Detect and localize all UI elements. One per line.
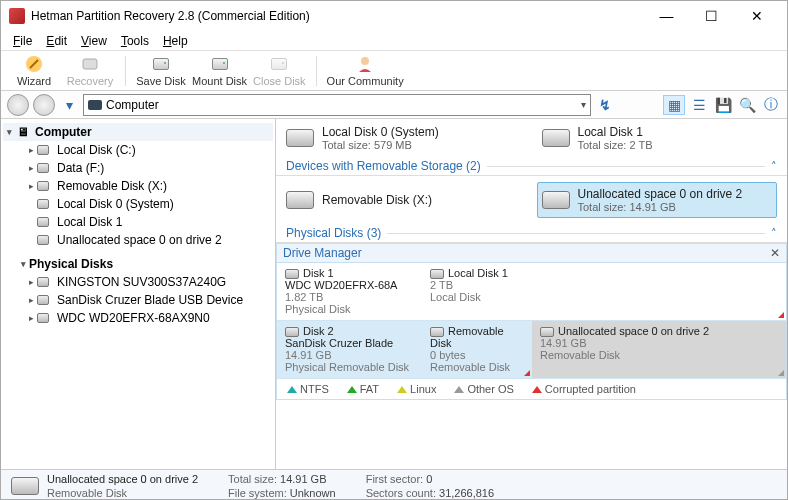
- content-panel: Local Disk 0 (System)Total size: 579 MB …: [276, 119, 787, 469]
- drive-icon: [542, 129, 570, 147]
- tree-item-dataf[interactable]: ▸Data (F:): [3, 159, 273, 177]
- recovery-button[interactable]: Recovery: [65, 54, 115, 87]
- closedisk-icon: [269, 54, 289, 74]
- device-ld1[interactable]: Local Disk 1Total size: 2 TB: [542, 125, 778, 151]
- corrupt-triangle-icon: [524, 370, 530, 376]
- dm-close-icon[interactable]: ✕: [770, 246, 780, 260]
- tree-item-removablex[interactable]: ▸Removable Disk (X:): [3, 177, 273, 195]
- mountdisk-icon: [210, 54, 230, 74]
- nav-dropdown-icon[interactable]: ▾: [59, 95, 79, 115]
- menu-view[interactable]: View: [75, 32, 113, 50]
- legend-linux-icon: [397, 386, 407, 393]
- dm-part-size: 0 bytes: [430, 349, 524, 361]
- device-unalloc[interactable]: Unallocated space 0 on drive 2Total size…: [537, 182, 778, 218]
- community-icon: [355, 54, 375, 74]
- tree-phys-sandisk[interactable]: ▸SanDisk Cruzer Blade USB Device: [3, 291, 273, 309]
- close-button[interactable]: ✕: [734, 1, 779, 31]
- tree-item-label: SanDisk Cruzer Blade USB Device: [57, 293, 243, 307]
- view-large-icon[interactable]: ▦: [663, 95, 685, 115]
- legend-corrupt: Corrupted partition: [545, 383, 636, 395]
- expander-icon[interactable]: ▾: [17, 259, 29, 269]
- community-label: Our Community: [327, 75, 404, 87]
- section-removable-header[interactable]: Devices with Removable Storage (2) ˄: [276, 157, 787, 176]
- mountdisk-button[interactable]: Mount Disk: [192, 54, 247, 87]
- search-icon[interactable]: 🔍: [737, 95, 757, 115]
- drive-icon: [430, 269, 444, 279]
- tree-root-label: Computer: [35, 125, 92, 139]
- menubar: File Edit View Tools Help: [1, 31, 787, 51]
- expander-icon[interactable]: ▸: [25, 181, 37, 191]
- menu-file[interactable]: File: [7, 32, 38, 50]
- address-dropdown-icon[interactable]: ▾: [581, 99, 586, 110]
- tree-item-label: WDC WD20EFRX-68AX9N0: [57, 311, 210, 325]
- tree-item-unalloc[interactable]: Unallocated space 0 on drive 2: [3, 231, 273, 249]
- expander-icon[interactable]: ▸: [25, 295, 37, 305]
- device-subtitle: Total size: 579 MB: [322, 139, 439, 151]
- tree-item-ld0[interactable]: Local Disk 0 (System): [3, 195, 273, 213]
- address-box[interactable]: Computer ▾: [83, 94, 591, 116]
- dm-part-type: Removable Disk: [430, 361, 524, 373]
- menu-tools[interactable]: Tools: [115, 32, 155, 50]
- maximize-button[interactable]: ☐: [689, 1, 734, 31]
- dm-part-size: 14.91 GB: [540, 337, 778, 349]
- dm-title: Drive Manager: [283, 246, 362, 260]
- menu-help[interactable]: Help: [157, 32, 194, 50]
- tree-item-label: Local Disk 0 (System): [57, 197, 174, 211]
- nav-forward-button[interactable]: [33, 94, 55, 116]
- separator: [125, 56, 126, 86]
- dm-row-disk1[interactable]: Disk 1 WDC WD20EFRX-68A 1.82 TB Physical…: [277, 263, 786, 321]
- separator: [316, 56, 317, 86]
- tree-item-ld1[interactable]: Local Disk 1: [3, 213, 273, 231]
- status-fs-key: File system:: [228, 487, 287, 499]
- legend-other: Other OS: [467, 383, 513, 395]
- section-physical-header[interactable]: Physical Disks (3) ˄: [276, 224, 787, 243]
- wizard-icon: [24, 54, 44, 74]
- help-icon[interactable]: ⓘ: [761, 95, 781, 115]
- closedisk-button[interactable]: Close Disk: [253, 54, 306, 87]
- save-icon[interactable]: 💾: [713, 95, 733, 115]
- refresh-icon[interactable]: ↯: [595, 95, 615, 115]
- dm-disk-name: Disk 2: [303, 325, 334, 337]
- dm-part-size: 2 TB: [430, 279, 778, 291]
- tree-phys-label: Physical Disks: [29, 257, 113, 271]
- tree-item-localc[interactable]: ▸Local Disk (C:): [3, 141, 273, 159]
- device-ld0[interactable]: Local Disk 0 (System)Total size: 579 MB: [286, 125, 522, 151]
- collapse-icon[interactable]: ˄: [771, 160, 777, 173]
- drive-icon: [37, 162, 53, 174]
- dm-row-disk2[interactable]: Disk 2 SanDisk Cruzer Blade 14.91 GB Phy…: [277, 321, 786, 379]
- expander-icon[interactable]: ▸: [25, 313, 37, 323]
- dm-disk-model: SanDisk Cruzer Blade: [285, 337, 414, 349]
- tree-phys-wdc[interactable]: ▸WDC WD20EFRX-68AX9N0: [3, 309, 273, 327]
- dm-part-name: Local Disk 1: [448, 267, 508, 279]
- expander-icon[interactable]: ▸: [25, 277, 37, 287]
- drive-icon: [430, 327, 444, 337]
- tree-item-label: Data (F:): [57, 161, 104, 175]
- device-removablex[interactable]: Removable Disk (X:): [286, 182, 517, 218]
- savedisk-button[interactable]: Save Disk: [136, 54, 186, 87]
- tree-panel: ▾ 🖥 Computer ▸Local Disk (C:) ▸Data (F:)…: [1, 119, 276, 469]
- wizard-button[interactable]: Wizard: [9, 54, 59, 87]
- tree-item-label: Local Disk (C:): [57, 143, 136, 157]
- statusbar: Unallocated space 0 on drive 2 Removable…: [1, 469, 787, 500]
- community-button[interactable]: Our Community: [327, 54, 404, 87]
- expander-icon[interactable]: ▸: [25, 145, 37, 155]
- closedisk-label: Close Disk: [253, 75, 306, 87]
- drive-icon: [285, 269, 299, 279]
- menu-edit[interactable]: Edit: [40, 32, 73, 50]
- device-title: Removable Disk (X:): [322, 193, 432, 207]
- drive-icon: [37, 180, 53, 192]
- expander-icon[interactable]: ▾: [3, 127, 15, 137]
- tree-phys-kingston[interactable]: ▸KINGSTON SUV300S37A240G: [3, 273, 273, 291]
- device-title: Local Disk 1: [578, 125, 653, 139]
- nav-back-button[interactable]: [7, 94, 29, 116]
- window-title: Hetman Partition Recovery 2.8 (Commercia…: [31, 9, 644, 23]
- dm-disk-name: Disk 1: [303, 267, 334, 279]
- expander-icon[interactable]: ▸: [25, 163, 37, 173]
- tree-root-computer[interactable]: ▾ 🖥 Computer: [3, 123, 273, 141]
- view-list-icon[interactable]: ☰: [689, 95, 709, 115]
- collapse-icon[interactable]: ˄: [771, 227, 777, 240]
- minimize-button[interactable]: —: [644, 1, 689, 31]
- dm-part-type: Removable Disk: [540, 349, 778, 361]
- tree-physical-header[interactable]: ▾ Physical Disks: [3, 255, 273, 273]
- address-label: Computer: [106, 98, 159, 112]
